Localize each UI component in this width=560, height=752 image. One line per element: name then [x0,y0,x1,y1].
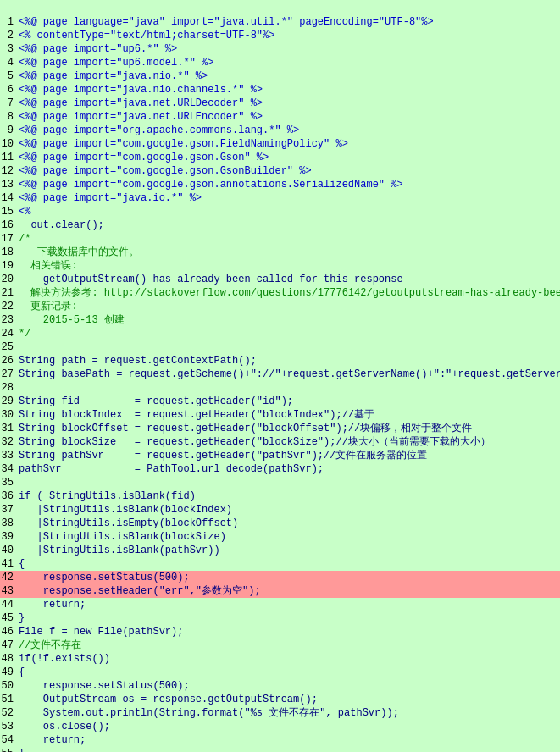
line-content: String pathSvr = request.getHeader("path… [19,449,560,462]
line-content: String blockSize = request.getHeader("bl… [19,435,560,449]
code-line: 39 |StringUtils.isBlank(blockSize) [0,530,560,544]
code-line: 32String blockSize = request.getHeader("… [0,435,560,449]
code-line: 52 System.out.println(String.format("%s … [0,706,560,720]
code-line: 44 return; [0,598,560,611]
code-line: 34pathSvr = PathTool.url_decode(pathSvr)… [0,462,560,476]
line-content: <% [19,205,560,218]
line-number: 43 [0,584,19,598]
line-content: out.clear(); [19,218,560,232]
line-content: } [19,611,560,625]
code-line: 30String blockIndex = request.getHeader(… [0,408,560,422]
line-number: 16 [0,218,19,232]
code-line: 16 out.clear(); [0,218,560,232]
line-number: 36 [0,489,19,503]
code-line: 27String basePath = request.getScheme()+… [0,368,560,381]
code-line: 19 相关错误: [0,259,560,273]
line-number: 15 [0,205,19,218]
code-line: 31String blockOffset = request.getHeader… [0,422,560,435]
code-line: 9<%@ page import="org.apache.commons.lan… [0,124,560,137]
line-content: { [19,666,560,679]
line-number: 29 [0,395,19,408]
line-number: 24 [0,327,19,340]
line-content: String blockIndex = request.getHeader("b… [19,408,560,422]
code-line: 22 更新记录: [0,300,560,313]
line-number: 23 [0,313,19,327]
code-line: 25 [0,340,560,354]
line-number: 42 [0,571,19,584]
code-line: 3<%@ page import="up6.*" %> [0,42,560,56]
code-line: 23 2015-5-13 创建 [0,313,560,327]
code-line: 49{ [0,666,560,679]
line-content: pathSvr = PathTool.url_decode(pathSvr); [19,462,560,476]
line-content: return; [19,598,560,611]
code-line: 5<%@ page import="java.nio.*" %> [0,69,560,83]
line-content: getOutputStream() has already been calle… [19,273,560,286]
code-line: 35 [0,476,560,489]
line-content: <%@ page import="com.google.gson.GsonBui… [19,164,560,178]
line-number: 34 [0,462,19,476]
line-number: 51 [0,693,19,706]
line-content: <%@ page import="java.net.URLEncoder" %> [19,110,560,124]
code-line: 28 [0,381,560,395]
line-number: 22 [0,300,19,313]
line-content: <%@ page import="com.google.gson.annotat… [19,178,560,191]
line-number: 2 [0,29,19,42]
line-content: |StringUtils.isBlank(blockSize) [19,530,560,544]
line-content: <%@ page import="java.io.*" %> [19,191,560,205]
line-content: response.setHeader("err","参数为空"); [19,584,560,598]
line-content: <%@ page import="java.nio.channels.*" %> [19,83,560,97]
line-content: <%@ page import="org.apache.commons.lang… [19,124,560,137]
code-line: 43 response.setHeader("err","参数为空"); [0,584,560,598]
code-line: 11<%@ page import="com.google.gson.Gson"… [0,151,560,164]
code-line: 48if(!f.exists()) [0,652,560,666]
line-number: 32 [0,435,19,449]
line-content: <% contentType="text/html;charset=UTF-8"… [19,29,560,42]
line-number: 19 [0,259,19,273]
code-line: 13<%@ page import="com.google.gson.annot… [0,178,560,191]
line-number: 11 [0,151,19,164]
line-number: 6 [0,83,19,97]
code-line: 12<%@ page import="com.google.gson.GsonB… [0,164,560,178]
line-number: 49 [0,666,19,679]
line-number: 5 [0,69,19,83]
line-content: 更新记录: [19,300,560,313]
line-content: { [19,557,560,571]
line-number: 31 [0,422,19,435]
line-content: <%@ page import="java.net.URLDecoder" %> [19,97,560,110]
code-line: 54 return; [0,733,560,747]
code-line: 41{ [0,557,560,571]
line-number: 20 [0,273,19,286]
line-number: 10 [0,137,19,151]
line-content: //文件不存在 [19,639,560,652]
code-line: 1<%@ page language="java" import="java.u… [0,15,560,29]
line-number: 37 [0,503,19,517]
line-number: 39 [0,530,19,544]
code-line: 26String path = request.getContextPath()… [0,354,560,368]
line-content: if ( StringUtils.isBlank(fid) [19,489,560,503]
code-line: 21 解决方法参考: http://stackoverflow.com/ques… [0,286,560,300]
line-number: 25 [0,340,19,354]
line-number: 18 [0,246,19,259]
line-content: |StringUtils.isBlank(blockIndex) [19,503,560,517]
line-number: 14 [0,191,19,205]
line-number: 46 [0,625,19,639]
code-line: 40 |StringUtils.isBlank(pathSvr)) [0,544,560,557]
line-content: response.setStatus(500); [19,679,560,693]
line-number: 21 [0,286,19,300]
code-line: 42 response.setStatus(500); [0,571,560,584]
line-number: 54 [0,733,19,747]
line-content: <%@ page import="com.google.gson.FieldNa… [19,137,560,151]
line-number: 3 [0,42,19,56]
line-content: File f = new File(pathSvr); [19,625,560,639]
line-content: } [19,747,560,752]
code-line: 55} [0,747,560,752]
code-line: 51 OutputStream os = response.getOutputS… [0,693,560,706]
code-line: 10<%@ page import="com.google.gson.Field… [0,137,560,151]
line-number: 33 [0,449,19,462]
line-content: String fid = request.getHeader("id"); [19,395,560,408]
line-content: 下载数据库中的文件。 [19,246,560,259]
line-number: 7 [0,97,19,110]
line-content: if(!f.exists()) [19,652,560,666]
code-line: 15<% [0,205,560,218]
line-content: |StringUtils.isBlank(pathSvr)) [19,544,560,557]
